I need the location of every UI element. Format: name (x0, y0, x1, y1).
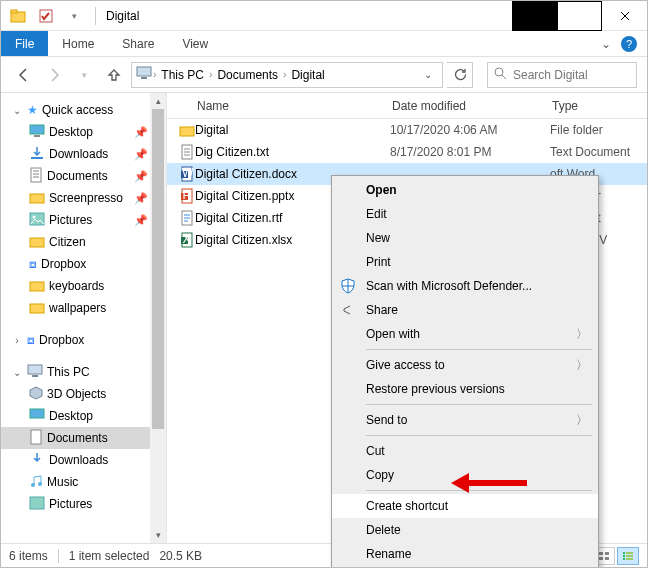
tree-item-downloads[interactable]: Downloads (1, 449, 166, 471)
refresh-button[interactable] (447, 62, 473, 88)
pin-icon: 📌 (134, 192, 166, 205)
maximize-button[interactable] (557, 1, 602, 31)
collapse-icon[interactable]: ⌄ (11, 105, 23, 116)
pin-icon: 📌 (134, 170, 166, 183)
column-name[interactable]: Name (197, 99, 392, 113)
ctx-share[interactable]: Share (332, 298, 598, 322)
ctx-sendto[interactable]: Send to〉 (332, 408, 598, 432)
status-selected: 1 item selected (69, 549, 150, 563)
tree-item-downloads[interactable]: Downloads📌 (1, 143, 166, 165)
close-button[interactable] (602, 1, 647, 31)
ctx-print[interactable]: Print (332, 250, 598, 274)
tree-quick-access[interactable]: ⌄ ★ Quick access (1, 99, 166, 121)
tree-item-wallpapers[interactable]: wallpapers (1, 297, 166, 319)
tree-item-documents[interactable]: Documents📌 (1, 165, 166, 187)
tree-item-documents[interactable]: Documents (1, 427, 166, 449)
svg-rect-19 (31, 430, 41, 444)
expand-ribbon-icon[interactable]: ⌄ (601, 37, 611, 51)
separator (95, 7, 96, 25)
menu-separator (366, 404, 592, 405)
tree-this-pc[interactable]: ⌄This PC (1, 361, 166, 383)
up-button[interactable] (101, 62, 127, 88)
tree-item-3dobjects[interactable]: 3D Objects (1, 383, 166, 405)
tree-item-pictures[interactable]: Pictures📌 (1, 209, 166, 231)
ctx-new[interactable]: New (332, 226, 598, 250)
pin-icon: 📌 (134, 214, 166, 227)
pin-icon: 📌 (134, 126, 166, 139)
svg-rect-3 (137, 67, 151, 76)
history-dropdown-icon[interactable]: ▾ (63, 5, 85, 27)
navigation-bar: ▾ › This PC › Documents › Digital ⌄ Sear… (1, 57, 647, 93)
folder-icon (29, 190, 45, 207)
expand-icon[interactable]: › (11, 335, 23, 346)
tree-item-screenpresso[interactable]: Screenpresso📌 (1, 187, 166, 209)
navigation-tree: ⌄ ★ Quick access Desktop📌 Downloads📌 Doc… (1, 93, 167, 543)
menu-separator (366, 435, 592, 436)
view-details-button[interactable] (617, 547, 639, 565)
help-icon[interactable]: ? (621, 36, 637, 52)
ctx-cut[interactable]: Cut (332, 439, 598, 463)
tab-view[interactable]: View (168, 31, 222, 56)
ctx-edit[interactable]: Edit (332, 202, 598, 226)
svg-rect-38 (605, 557, 609, 560)
menu-separator (366, 349, 592, 350)
menu-separator (366, 490, 592, 491)
tree-item-keyboards[interactable]: keyboards (1, 275, 166, 297)
ctx-openwith[interactable]: Open with〉 (332, 322, 598, 346)
file-row[interactable]: Dig Citizen.txt 8/17/2020 8:01 PM Text D… (167, 141, 647, 163)
properties-icon[interactable] (35, 5, 57, 27)
folder-icon (29, 234, 45, 251)
download-icon (29, 452, 45, 469)
column-type[interactable]: Type (552, 99, 647, 113)
tree-item-desktop[interactable]: Desktop📌 (1, 121, 166, 143)
minimize-button[interactable] (512, 1, 557, 31)
svg-rect-35 (599, 552, 603, 555)
breadcrumb[interactable]: Digital (287, 68, 328, 82)
tree-item-desktop[interactable]: Desktop (1, 405, 166, 427)
forward-button[interactable] (41, 62, 67, 88)
svg-rect-22 (30, 497, 44, 509)
ctx-create-shortcut[interactable]: Create shortcut (332, 494, 598, 518)
tree-item-pictures[interactable]: Pictures (1, 493, 166, 515)
ctx-giveaccess[interactable]: Give access to〉 (332, 353, 598, 377)
tab-home[interactable]: Home (48, 31, 108, 56)
separator (58, 549, 59, 563)
search-input[interactable]: Search Digital (487, 62, 637, 88)
column-date[interactable]: Date modified (392, 99, 552, 113)
ctx-scan[interactable]: Scan with Microsoft Defender... (332, 274, 598, 298)
tab-share[interactable]: Share (108, 31, 168, 56)
svg-rect-7 (34, 135, 40, 137)
svg-rect-43 (623, 558, 625, 560)
tree-item-citizen[interactable]: Citizen (1, 231, 166, 253)
address-bar[interactable]: › This PC › Documents › Digital ⌄ (131, 62, 443, 88)
folder-icon (29, 300, 45, 317)
tree-dropbox[interactable]: ›⧈Dropbox (1, 329, 166, 351)
breadcrumb[interactable]: This PC (157, 68, 208, 82)
file-row[interactable]: Digital 10/17/2020 4:06 AM File folder (167, 119, 647, 141)
svg-point-21 (38, 482, 42, 486)
breadcrumb[interactable]: Documents (213, 68, 282, 82)
column-headers[interactable]: Name Date modified Type (167, 93, 647, 119)
ctx-delete[interactable]: Delete (332, 518, 598, 542)
pc-icon (136, 66, 152, 83)
svg-point-12 (33, 215, 36, 218)
tab-file[interactable]: File (1, 31, 48, 56)
ctx-open[interactable]: Open (332, 178, 598, 202)
back-button[interactable] (11, 62, 37, 88)
tree-scrollbar[interactable]: ▴ ▾ (150, 93, 166, 543)
tree-item-dropbox[interactable]: ⧈Dropbox (1, 253, 166, 275)
status-item-count: 6 items (9, 549, 48, 563)
recent-dropdown-icon[interactable]: ▾ (71, 62, 97, 88)
tree-item-music[interactable]: Music (1, 471, 166, 493)
scroll-thumb[interactable] (152, 109, 164, 429)
ctx-rename[interactable]: Rename (332, 542, 598, 566)
scroll-up-icon[interactable]: ▴ (150, 93, 166, 109)
address-dropdown-icon[interactable]: ⌄ (424, 69, 432, 80)
search-icon (494, 67, 507, 83)
search-placeholder: Search Digital (513, 68, 588, 82)
scroll-down-icon[interactable]: ▾ (150, 527, 166, 543)
ctx-copy[interactable]: Copy (332, 463, 598, 487)
collapse-icon[interactable]: ⌄ (11, 367, 23, 378)
ctx-restore[interactable]: Restore previous versions (332, 377, 598, 401)
pc-icon (27, 364, 43, 381)
